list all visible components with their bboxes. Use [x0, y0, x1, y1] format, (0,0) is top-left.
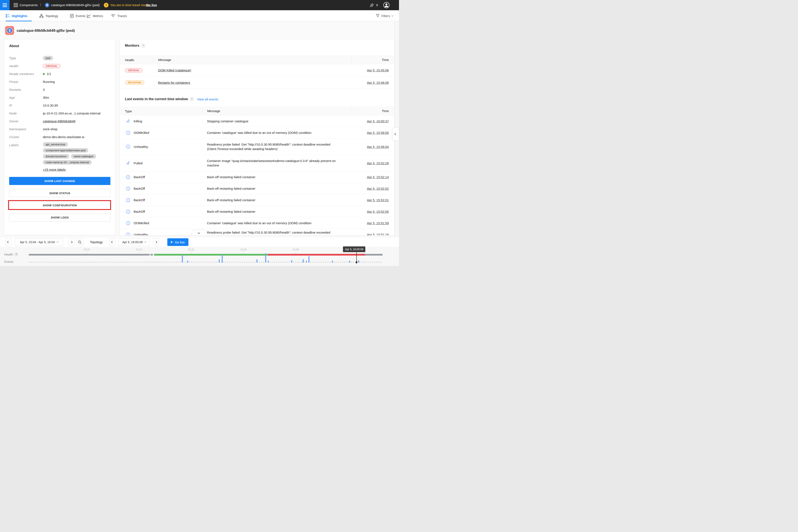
- time-range-select[interactable]: Apr 5, 15:04 - Apr 5, 16:04: [15, 238, 63, 246]
- event-time-link[interactable]: Apr 5, 15:59:00: [367, 131, 389, 134]
- tab-topology[interactable]: Topology: [39, 10, 58, 21]
- alert-circle-icon: [126, 209, 130, 214]
- tab-metrics[interactable]: Metrics: [87, 10, 103, 21]
- expand-panel-handle[interactable]: [392, 128, 399, 141]
- help-icon[interactable]: ?: [141, 44, 145, 48]
- event-bar[interactable]: [187, 261, 188, 263]
- about-card: About Type pod Health CRITICAL Ready con…: [4, 39, 115, 235]
- time-next-button[interactable]: [153, 238, 159, 246]
- event-time-link[interactable]: Apr 5, 16:00:37: [367, 119, 389, 123]
- event-bar[interactable]: [332, 261, 333, 263]
- zoom-out-button[interactable]: [76, 238, 83, 246]
- event-row: OOMKilledContainer 'catalogue' was kille…: [120, 217, 394, 229]
- play-icon: [171, 241, 173, 243]
- tick-label: 15:40: [237, 248, 250, 251]
- monitors-table-header: Health Message Time: [120, 56, 394, 64]
- breadcrumb-components[interactable]: Components: [20, 3, 38, 7]
- about-row-owner: Owner catalogue-69b58cb649: [9, 117, 110, 125]
- event-message: Readiness probe failed: Get "http://10.0…: [203, 230, 343, 236]
- current-time-marker-dot[interactable]: [356, 261, 357, 263]
- tab-label: Events: [76, 14, 86, 18]
- time-travel-warning: You are in time travel mode.: [110, 3, 150, 7]
- event-row: OOMKilledContainer 'catalogue' was kille…: [120, 127, 394, 138]
- monitor-status-badge: DEVIATING: [125, 80, 144, 84]
- tick-mark: [296, 251, 296, 254]
- bottom-control-bar: Apr 5, 15:04 - Apr 5, 16:04 Topology Apr…: [0, 237, 399, 247]
- events-table-header: Type Message Time: [120, 107, 394, 115]
- components-grid-icon: [14, 3, 18, 7]
- event-bar[interactable]: [303, 259, 304, 263]
- range-next-button[interactable]: [69, 238, 74, 246]
- event-bar[interactable]: [182, 254, 183, 263]
- monitors-title: Monitors: [125, 44, 139, 48]
- active-tab-underline: [6, 21, 32, 21]
- show-logs-button[interactable]: SHOW LOGS: [9, 213, 110, 222]
- event-message: Container image "quay.io/stackstate/weav…: [203, 158, 343, 168]
- alert-circle-icon: [126, 186, 130, 191]
- health-segment-unknown: [365, 254, 383, 255]
- event-bar[interactable]: [291, 260, 292, 263]
- event-message: Back-off restarting failed container: [203, 175, 343, 179]
- event-time-link[interactable]: Apr 5, 15:52:14: [367, 175, 389, 179]
- highlights-icon: [6, 14, 10, 18]
- event-time-link[interactable]: Apr 5, 15:52:28: [367, 162, 389, 165]
- event-type: Killing: [134, 119, 142, 123]
- event-type: Unhealthy: [134, 233, 148, 235]
- owner-link[interactable]: catalogue-69b58cb649: [43, 119, 75, 123]
- current-time-marker[interactable]: [356, 252, 357, 262]
- event-bar[interactable]: [358, 260, 359, 263]
- time-prev-button[interactable]: [109, 238, 115, 246]
- funnel-icon: [376, 14, 380, 18]
- tab-highlights[interactable]: Highlights: [6, 10, 27, 21]
- monitor-time-link[interactable]: Apr 5, 15:46:06: [367, 81, 389, 84]
- event-bar[interactable]: [219, 260, 220, 263]
- show-status-button[interactable]: SHOW STATUS: [9, 189, 110, 197]
- monitor-time-link[interactable]: Apr 5, 15:45:06: [367, 69, 389, 72]
- tick-label: 15:49: [289, 248, 302, 251]
- view-all-events-link[interactable]: View all events: [197, 97, 218, 101]
- event-time-link[interactable]: Apr 5, 15:51:16: [367, 233, 389, 235]
- event-bar[interactable]: [265, 253, 266, 263]
- health-segment-healthy: [154, 254, 268, 255]
- ready-dot-icon: [43, 73, 45, 75]
- pin-icon[interactable]: [369, 3, 375, 8]
- health-segment-unknown: [29, 254, 150, 255]
- filters-label: Filters: [381, 14, 390, 18]
- event-row: UnhealthyReadiness probe failed: Get "ht…: [120, 138, 394, 155]
- more-labels-link[interactable]: +15 more labels: [43, 168, 65, 171]
- event-bar[interactable]: [308, 256, 309, 263]
- event-row: BackOffBack-off restarting failed contai…: [120, 171, 394, 183]
- event-bar[interactable]: [306, 261, 307, 263]
- filters-button[interactable]: Filters: [376, 10, 393, 21]
- event-bar[interactable]: [222, 254, 223, 263]
- tab-traces[interactable]: Traces: [111, 10, 127, 21]
- help-icon[interactable]: ?: [15, 253, 18, 256]
- event-bar[interactable]: [268, 261, 269, 263]
- event-time-link[interactable]: Apr 5, 15:51:59: [367, 221, 389, 225]
- runner-icon: [126, 119, 130, 124]
- timeline-panel[interactable]: 15:1315:2215:3115:4015:49 Health ? Event…: [0, 247, 399, 266]
- chevron-down-icon: [392, 15, 393, 16]
- event-bar[interactable]: [256, 260, 258, 263]
- event-time-link[interactable]: Apr 5, 15:52:01: [367, 198, 389, 202]
- go-live-link[interactable]: Go live: [146, 3, 157, 7]
- hamburger-menu-button[interactable]: [0, 0, 10, 10]
- event-row: KillingStopping container catalogueApr 5…: [120, 115, 394, 127]
- health-segment-critical: [268, 254, 365, 255]
- collapse-events-button[interactable]: [192, 230, 207, 235]
- alert-circle-icon: [126, 221, 130, 226]
- go-live-button[interactable]: Go live: [167, 238, 188, 246]
- help-icon[interactable]: ?: [190, 97, 193, 101]
- event-time-link[interactable]: Apr 5, 15:56:04: [367, 145, 389, 149]
- monitor-message-link[interactable]: OOM Killed (catalogue): [158, 69, 191, 72]
- tab-events[interactable]: Events: [70, 10, 86, 21]
- show-last-change-button[interactable]: SHOW LAST CHANGE: [9, 177, 110, 185]
- event-bar[interactable]: [349, 261, 350, 263]
- show-configuration-button[interactable]: SHOW CONFIGURATION: [9, 201, 110, 209]
- range-prev-button[interactable]: [5, 238, 11, 246]
- avatar[interactable]: [383, 2, 390, 8]
- topology-time-select[interactable]: Apr 5, 16:00:09: [118, 238, 150, 246]
- monitor-message-link[interactable]: Restarts for containers: [158, 81, 190, 84]
- event-time-link[interactable]: Apr 5, 15:52:02: [367, 187, 389, 190]
- event-time-link[interactable]: Apr 5, 15:52:00: [367, 210, 389, 213]
